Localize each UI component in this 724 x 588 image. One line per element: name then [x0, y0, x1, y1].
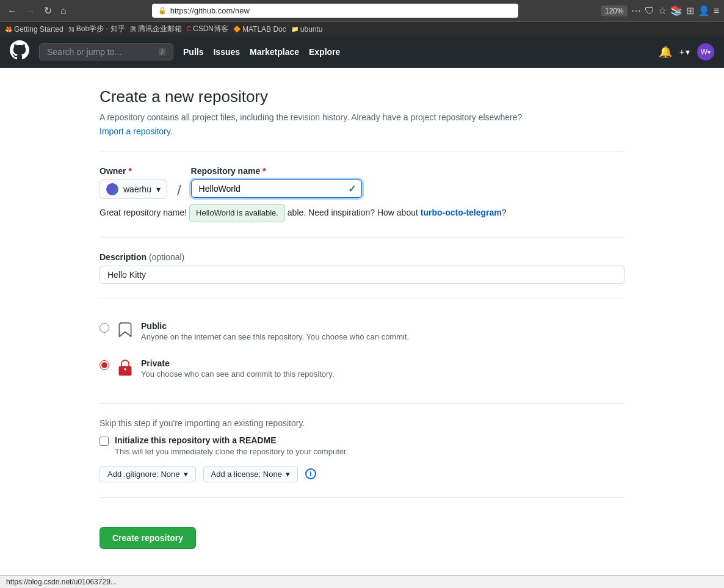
init-option: Initialize this repository with a README…: [100, 435, 624, 456]
search-kbd-hint: /: [159, 48, 165, 56]
nav-pulls[interactable]: Pulls: [183, 47, 203, 57]
slash-separator: /: [177, 166, 181, 199]
owner-repo-row: Owner * waerhu ▾ / Repository name * ✓: [100, 166, 624, 199]
home-button[interactable]: ⌂: [58, 4, 69, 18]
availability-check-icon: ✓: [348, 183, 356, 195]
bookmark-getting-started[interactable]: 🦊 Getting Started: [5, 25, 63, 34]
private-details: Private You choose who can see and commi…: [141, 358, 335, 379]
owner-label: Owner *: [100, 166, 167, 176]
star-icon[interactable]: ☆: [658, 5, 667, 16]
bookmark-csdn-label: CSDN博客: [193, 24, 228, 34]
init-details: Initialize this repository with a README…: [115, 435, 348, 456]
bookmark-matlab-label: MATLAB Doc: [242, 25, 286, 34]
notifications-bell[interactable]: 🔔: [659, 45, 672, 59]
nav-issues[interactable]: Issues: [213, 47, 240, 57]
gitignore-label: Add .gitignore: None: [107, 470, 180, 479]
init-checkbox[interactable]: [100, 437, 109, 446]
description-group: Description (optional): [100, 252, 624, 284]
user-avatar[interactable]: W ▾: [697, 43, 714, 60]
divider-5: [100, 497, 624, 498]
back-button[interactable]: ←: [5, 4, 20, 18]
github-logo[interactable]: [10, 40, 29, 64]
search-bar[interactable]: Search or jump to... /: [39, 43, 173, 60]
owner-name: waerhu: [123, 184, 151, 194]
csdn-favicon: C: [187, 26, 191, 32]
owner-required-star: *: [129, 166, 132, 176]
description-label: Description (optional): [100, 252, 624, 262]
gitignore-dropdown[interactable]: Add .gitignore: None ▾: [100, 466, 196, 482]
browser-menu-icons: ⋯ 🛡 ☆ 📚 ⊞ 👤 ≡: [631, 5, 719, 16]
description-optional: (optional): [149, 252, 184, 262]
menu-icon[interactable]: ≡: [714, 5, 719, 16]
public-details: Public Anyone on the internet can see th…: [141, 321, 409, 341]
create-plus-button[interactable]: + ▾: [679, 47, 690, 57]
skip-text: Skip this step if you're importing an ex…: [100, 418, 624, 428]
license-label: Add a license: None: [211, 470, 282, 479]
bookmark-ubuntu-label: ubuntu: [300, 25, 323, 34]
availability-tooltip: HelloWorld is available.: [189, 204, 285, 222]
bookmark-csdn[interactable]: C CSDN博客: [187, 24, 228, 34]
repo-name-label: Repository name *: [191, 166, 362, 176]
nav-marketplace[interactable]: Marketplace: [250, 47, 299, 57]
availability-message: Great repository name! HelloWorld is ava…: [100, 204, 624, 222]
private-icon: [117, 360, 134, 381]
owner-dropdown[interactable]: waerhu ▾: [100, 180, 167, 199]
dropdowns-row: Add .gitignore: None ▾ Add a license: No…: [100, 466, 624, 482]
private-desc: You choose who can see and commit to thi…: [141, 369, 335, 379]
url-text: https://github.com/new: [170, 6, 512, 15]
page-subtitle: A repository contains all project files,…: [100, 111, 624, 124]
private-title: Private: [141, 358, 335, 368]
extensions-icon[interactable]: ⋯: [631, 5, 641, 16]
create-repository-button[interactable]: Create repository: [100, 527, 196, 549]
navbar-right: 🔔 + ▾ W ▾: [659, 43, 714, 60]
divider-3: [100, 299, 624, 299]
plus-label: +: [679, 47, 684, 57]
tab-manager-icon[interactable]: ⊞: [686, 5, 694, 16]
public-radio[interactable]: [100, 323, 109, 333]
shield-icon[interactable]: 🛡: [645, 5, 654, 16]
suggestion-link[interactable]: turbo-octo-telegram: [421, 208, 502, 217]
divider-2: [100, 237, 624, 238]
repo-name-required-star: *: [262, 166, 266, 176]
public-desc: Anyone on the internet can see this repo…: [141, 332, 409, 341]
private-radio[interactable]: [100, 360, 109, 370]
repo-name-group: Repository name * ✓: [191, 166, 362, 198]
description-input[interactable]: [100, 266, 624, 284]
nav-links: Pulls Issues Marketplace Explore: [183, 47, 340, 57]
zoom-level: 120%: [601, 5, 628, 16]
public-icon: [117, 322, 134, 344]
private-option: Private You choose who can see and commi…: [100, 351, 624, 388]
plus-chevron: ▾: [686, 47, 690, 57]
divider-4: [100, 403, 624, 404]
bookmarks-bar: 🦊 Getting Started 知 Bob学步 - 知乎 腾 腾讯企业邮箱 …: [0, 21, 724, 36]
main-content: Create a new repository A repository con…: [87, 87, 637, 549]
refresh-button[interactable]: ↻: [42, 4, 54, 18]
bookmark-matlab[interactable]: 🔶 MATLAB Doc: [233, 25, 286, 34]
init-section: Skip this step if you're importing an ex…: [100, 418, 624, 482]
repo-name-input[interactable]: [191, 180, 362, 198]
divider-1: [100, 151, 624, 151]
nav-explore[interactable]: Explore: [309, 47, 340, 57]
bookmark-tencent-mail[interactable]: 腾 腾讯企业邮箱: [130, 24, 182, 34]
firefox-favicon: 🦊: [5, 26, 12, 32]
owner-chevron: ▾: [156, 184, 161, 194]
info-icon[interactable]: i: [305, 468, 316, 479]
profile-icon[interactable]: 👤: [698, 5, 710, 16]
search-placeholder: Search or jump to...: [47, 47, 121, 57]
init-label: Initialize this repository with a README: [115, 435, 348, 445]
license-dropdown[interactable]: Add a license: None ▾: [203, 466, 298, 482]
address-bar[interactable]: 🔒 https://github.com/new: [152, 4, 518, 18]
bookmark-ubuntu[interactable]: 📁 ubuntu: [291, 25, 323, 34]
owner-group: Owner * waerhu ▾: [100, 166, 167, 199]
bookmark-tencent-label: 腾讯企业邮箱: [138, 24, 182, 34]
github-navbar: Search or jump to... / Pulls Issues Mark…: [0, 36, 724, 68]
bookmark-bob-zhihu[interactable]: 知 Bob学步 - 知乎: [68, 24, 125, 34]
avatar-chevron: ▾: [708, 49, 711, 56]
import-link[interactable]: Import a repository.: [100, 126, 173, 136]
page-title: Create a new repository: [100, 87, 624, 106]
bookmarks-icon[interactable]: 📚: [670, 5, 682, 16]
slash-icon: /: [177, 182, 181, 199]
forward-button[interactable]: →: [23, 4, 38, 18]
gitignore-chevron: ▾: [184, 470, 188, 479]
repo-name-input-wrapper: ✓: [191, 180, 362, 198]
